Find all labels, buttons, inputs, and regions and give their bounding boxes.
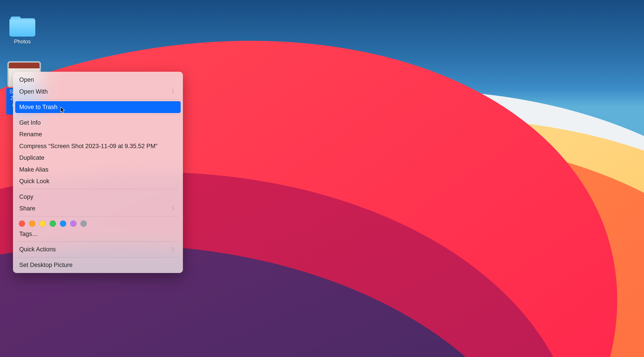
menu-item-copy[interactable]: Copy [15,191,181,203]
tag-red[interactable] [19,221,25,227]
menu-item-label: Copy [19,192,33,202]
tag-purple[interactable] [70,221,76,227]
context-menu: Open Open With 〉 Move to Trash Get Info … [13,72,183,273]
menu-item-label: Set Desktop Picture [19,261,73,270]
menu-item-quick-actions[interactable]: Quick Actions 〉 [15,244,181,255]
menu-separator [18,115,178,115]
tag-orange[interactable] [29,221,35,227]
menu-item-label: Open [19,75,34,84]
tag-yellow[interactable] [39,221,46,227]
tag-blue[interactable] [60,221,66,227]
tag-gray[interactable] [80,221,87,227]
tag-color-row [15,218,181,228]
menu-separator [18,257,178,257]
folder-icon [10,16,35,37]
desktop-folder-photos[interactable]: Photos [4,16,40,45]
menu-item-rename[interactable]: Rename [15,128,181,140]
menu-item-label: Open With [19,87,48,96]
menu-item-share[interactable]: Share 〉 [15,203,181,214]
menu-item-set-desktop-picture[interactable]: Set Desktop Picture [15,259,181,271]
menu-item-label: Rename [19,130,42,139]
menu-item-label: Quick Look [19,177,50,186]
menu-item-label: Duplicate [19,153,44,162]
menu-item-move-to-trash[interactable]: Move to Trash [15,101,181,113]
menu-item-label: Quick Actions [19,245,56,254]
menu-item-tags[interactable]: Tags… [15,228,181,240]
chevron-right-icon: 〉 [172,88,177,95]
menu-item-compress[interactable]: Compress “Screen Shot 2023-11-09 at 9.35… [15,140,181,152]
menu-item-label: Tags… [19,229,38,239]
chevron-right-icon: 〉 [172,246,177,253]
menu-item-quick-look[interactable]: Quick Look [15,175,181,187]
chevron-right-icon: 〉 [172,205,177,212]
menu-item-label: Get Info [19,118,41,127]
menu-separator [18,216,178,217]
menu-item-label: Share [19,204,35,213]
menu-item-duplicate[interactable]: Duplicate [15,152,181,164]
menu-item-get-info[interactable]: Get Info [15,117,181,129]
menu-item-label: Compress “Screen Shot 2023-11-09 at 9.35… [19,142,158,151]
tag-green[interactable] [50,221,56,227]
menu-separator [18,99,178,99]
menu-item-label: Move to Trash [19,102,58,112]
menu-separator [18,242,178,242]
menu-item-open-with[interactable]: Open With 〉 [15,86,181,98]
desktop-folder-label: Photos [13,38,32,45]
menu-item-make-alias[interactable]: Make Alias [15,164,181,176]
menu-item-open[interactable]: Open [15,74,181,86]
menu-item-label: Make Alias [19,165,48,174]
